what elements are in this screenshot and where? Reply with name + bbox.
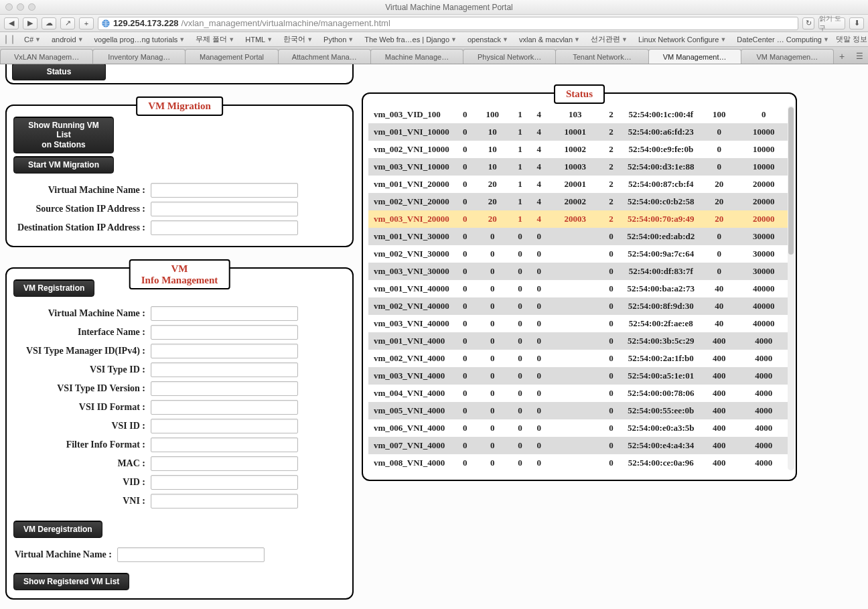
- browser-tab[interactable]: VM Managemen…: [741, 49, 834, 64]
- table-row[interactable]: vm_003_VNI_100000101410003252:54:00:d3:1…: [368, 158, 790, 176]
- vm-info-panel: VMInfo Management VM Registration Virtua…: [5, 267, 354, 600]
- browser-toolbar: ◀ ▶ ☁ ↗ + 129.254.173.228/vxlan_manageme…: [0, 15, 868, 32]
- table-row[interactable]: vm_001_VNI_200000201420001252:54:00:87:c…: [368, 176, 790, 193]
- browser-tab[interactable]: Attachment Mana…: [278, 49, 371, 64]
- browser-tab[interactable]: Management Portal: [185, 49, 278, 64]
- top-sites-icon[interactable]: [12, 35, 13, 44]
- upper-panel-stub: Status: [5, 64, 354, 84]
- new-tab-button[interactable]: +: [833, 49, 851, 64]
- browser-tab[interactable]: VxLAN Managem…: [0, 49, 93, 64]
- vm-deregistration-header[interactable]: VM Deregistration: [13, 521, 102, 538]
- input-filter-fmt[interactable]: [151, 437, 298, 452]
- input-vid[interactable]: [151, 475, 298, 490]
- table-row[interactable]: vm_002_VNI_40000000052:54:00:2a:1f:b0400…: [368, 350, 790, 367]
- input-dst-ip[interactable]: [151, 220, 298, 235]
- page-content: Status VM Migration Show Running VM List…: [0, 64, 868, 609]
- bookmark-item[interactable]: Python ▼: [318, 33, 359, 46]
- input-interface[interactable]: [151, 325, 298, 340]
- reader-button[interactable]: 읽기 도구: [818, 17, 845, 29]
- show-running-vm-button[interactable]: Show Running VM Liston Stations: [13, 117, 114, 153]
- browser-tab[interactable]: Tenant Network…: [555, 49, 648, 64]
- table-row[interactable]: vm_002_VNI_200000201420002252:54:00:c0:b…: [368, 193, 790, 210]
- input-vm-name[interactable]: [151, 183, 298, 198]
- right-label[interactable]: 댓말 정보: [836, 34, 868, 44]
- tab-overflow-icon[interactable]: ☰: [851, 49, 868, 64]
- table-row[interactable]: vm_002_VNI_100000101410002252:54:00:e9:f…: [368, 141, 790, 158]
- label-filter-fmt: Filter Info Format :: [13, 439, 151, 450]
- bookmark-item[interactable]: C# ▼: [19, 33, 46, 46]
- table-row[interactable]: vm_001_VNI_300000000052:54:00:ed:ab:d203…: [368, 228, 790, 245]
- vm-registration-header[interactable]: VM Registration: [13, 279, 94, 297]
- input-vni[interactable]: [151, 494, 298, 509]
- label-dereg-vm: Virtual Machine Name :: [13, 549, 117, 560]
- add-button[interactable]: +: [79, 17, 94, 29]
- back-button[interactable]: ◀: [4, 17, 19, 29]
- forward-button[interactable]: ▶: [23, 17, 38, 29]
- input-vsi-id[interactable]: [151, 419, 298, 433]
- table-row[interactable]: vm_004_VNI_40000000052:54:00:00:78:06400…: [368, 385, 790, 402]
- input-dereg-vm[interactable]: [117, 547, 265, 562]
- bookmark-item[interactable]: vxlan & macvlan ▼: [514, 33, 585, 46]
- bookmark-item[interactable]: HTML ▼: [240, 33, 278, 46]
- browser-tab[interactable]: VM Management…: [648, 49, 741, 64]
- table-row[interactable]: vm_002_VNI_400000000052:54:00:8f:9d:3040…: [368, 297, 790, 315]
- close-icon[interactable]: [5, 3, 13, 11]
- table-row[interactable]: vm_003_VID_100010014103252:54:00:1c:00:4…: [368, 106, 790, 123]
- table-row[interactable]: vm_007_VNI_40000000052:54:00:e4:a4:34400…: [368, 437, 790, 454]
- table-row[interactable]: vm_003_VNI_300000000052:54:00:df:83:7f03…: [368, 263, 790, 280]
- table-row[interactable]: vm_003_VNI_200000201420003252:54:00:70:a…: [368, 210, 790, 228]
- table-row[interactable]: vm_006_VNI_40000000052:54:00:e0:a3:5b400…: [368, 419, 790, 437]
- browser-tab[interactable]: Machine Manage…: [370, 49, 463, 64]
- input-vsi-tidv[interactable]: [151, 381, 298, 396]
- scrollbar[interactable]: [788, 106, 794, 470]
- bookmark-item[interactable]: DateCenter … Computing ▼: [731, 33, 834, 46]
- cloud-button[interactable]: ☁: [42, 17, 56, 29]
- bookmarks-bar: C# ▼android ▼vogella prog…ng tutorials ▼…: [0, 32, 868, 47]
- input-src-ip[interactable]: [151, 202, 298, 216]
- input-reg-vm[interactable]: [151, 306, 298, 321]
- label-vm-name: Virtual Machine Name :: [13, 185, 151, 196]
- url-field[interactable]: 129.254.173.228/vxlan_management/virtual…: [98, 17, 798, 30]
- input-vsi-idfmt[interactable]: [151, 400, 298, 415]
- browser-tab[interactable]: Inventory Manag…: [92, 49, 186, 64]
- vm-migration-title: VM Migration: [136, 96, 223, 116]
- label-reg-vm: Virtual Machine Name :: [13, 308, 151, 319]
- label-vni: VNI :: [13, 496, 151, 506]
- table-row[interactable]: vm_003_VNI_40000000052:54:00:a5:1e:01400…: [368, 367, 790, 385]
- traffic-lights: [5, 3, 35, 11]
- label-mac: MAC :: [13, 458, 151, 469]
- share-button[interactable]: ↗: [60, 17, 75, 29]
- table-row[interactable]: vm_008_VNI_40000000052:54:00:ce:0a:96400…: [368, 454, 790, 472]
- bookmark-item[interactable]: Linux Network Configure ▼: [633, 33, 731, 46]
- input-mac[interactable]: [151, 456, 298, 471]
- status-panel: Status vm_003_VID_100010014103252:54:00:…: [362, 92, 797, 481]
- bookmark-item[interactable]: The Web fra…es | Django ▼: [359, 33, 462, 46]
- bookmark-item[interactable]: 한국어 ▼: [278, 33, 318, 46]
- zoom-icon[interactable]: [28, 3, 35, 11]
- minimize-icon[interactable]: [17, 3, 24, 11]
- table-row[interactable]: vm_002_VNI_300000000052:54:00:9a:7c:6403…: [368, 245, 790, 263]
- bookmark-item[interactable]: android ▼: [46, 33, 89, 46]
- status-title: Status: [554, 84, 605, 104]
- table-row[interactable]: vm_001_VNI_40000000052:54:00:3b:5c:29400…: [368, 332, 790, 350]
- table-row[interactable]: vm_003_VNI_400000000052:54:00:2f:ae:e840…: [368, 315, 790, 332]
- table-row[interactable]: vm_001_VNI_400000000052:54:00:ba:a2:7340…: [368, 280, 790, 297]
- bookmark-item[interactable]: vogella prog…ng tutorials ▼: [89, 33, 191, 46]
- reading-list-icon[interactable]: [5, 35, 7, 44]
- input-vsi-tid[interactable]: [151, 362, 298, 377]
- scrollbar-thumb[interactable]: [788, 107, 794, 255]
- downloads-button[interactable]: ⬇: [849, 17, 864, 29]
- start-migration-button[interactable]: Start VM Migration: [13, 156, 114, 174]
- table-row[interactable]: vm_001_VNI_100000101410001252:54:00:a6:f…: [368, 123, 790, 141]
- window-title: Virtual Machine Management Portal: [35, 3, 863, 12]
- table-row[interactable]: vm_005_VNI_40000000052:54:00:55:ee:0b400…: [368, 402, 790, 419]
- bookmark-item[interactable]: openstack ▼: [462, 33, 514, 46]
- bookmark-item[interactable]: 무제 폴더 ▼: [190, 33, 240, 46]
- status-button[interactable]: Status: [12, 64, 106, 80]
- show-registered-vm-button[interactable]: Show Registered VM List: [13, 573, 129, 590]
- input-vsi-mgr[interactable]: [151, 344, 298, 358]
- reload-button[interactable]: ↻: [802, 17, 814, 29]
- vm-migration-panel: VM Migration Show Running VM Liston Stat…: [5, 105, 354, 247]
- bookmark-item[interactable]: 선거관련 ▼: [585, 33, 633, 46]
- browser-tab[interactable]: Physical Network…: [463, 49, 556, 64]
